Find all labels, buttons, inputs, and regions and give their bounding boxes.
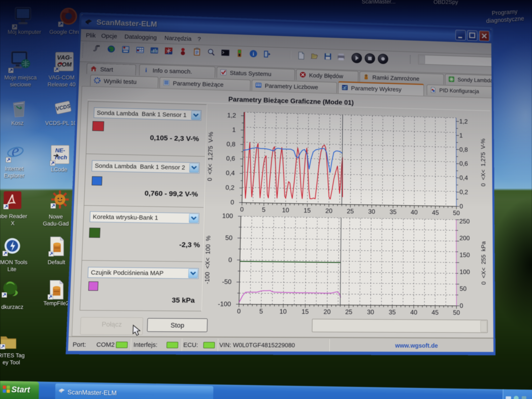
svg-text:VAG-: VAG- — [57, 54, 72, 61]
svg-text:i: i — [145, 67, 147, 73]
svg-text:COM: COM — [57, 61, 72, 68]
svg-text:i: i — [253, 51, 254, 57]
svg-text:e: e — [12, 142, 19, 160]
svg-text:Tech: Tech — [54, 154, 67, 160]
svg-text:NE-: NE- — [55, 147, 65, 153]
